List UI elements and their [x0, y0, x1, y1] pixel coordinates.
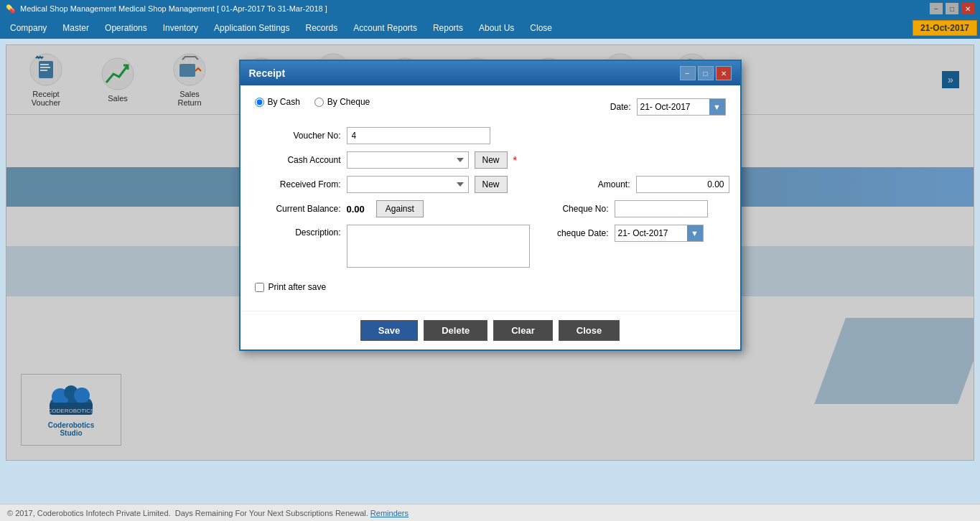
- modal-minimize-button[interactable]: −: [680, 66, 696, 80]
- right-col: Amount: Cheque No: cheque Date:: [544, 176, 729, 275]
- cash-account-select[interactable]: [347, 151, 469, 169]
- main-content: ReceiptVoucher Sales: [6, 44, 974, 461]
- voucher-no-input[interactable]: [347, 127, 490, 144]
- save-button[interactable]: Save: [360, 320, 418, 341]
- description-label: Description:: [255, 225, 341, 238]
- received-from-select[interactable]: [347, 176, 469, 193]
- amount-input[interactable]: [636, 176, 729, 193]
- modal-header: Receipt − □ ✕: [241, 61, 740, 85]
- print-label[interactable]: Print after save: [269, 282, 327, 292]
- menu-master[interactable]: Master: [55, 20, 96, 36]
- maximize-button[interactable]: □: [946, 3, 958, 14]
- minimize-button[interactable]: −: [930, 3, 943, 14]
- date-section: Date: ▼: [610, 98, 726, 116]
- app-icon: 💊: [6, 4, 16, 14]
- main-form-section: Received From: New Current Balance: 0.00…: [255, 176, 726, 275]
- menu-inventory[interactable]: Inventory: [156, 20, 205, 36]
- date-input[interactable]: [638, 102, 709, 112]
- amount-label: Amount:: [544, 179, 630, 189]
- title-bar: 💊 Medical Shop Management Medical Shop M…: [0, 0, 980, 17]
- menu-about-us[interactable]: About Us: [472, 20, 521, 36]
- menu-close[interactable]: Close: [523, 20, 559, 36]
- date-badge: 21-Oct-2017: [913, 20, 977, 36]
- date-field[interactable]: ▼: [637, 98, 726, 116]
- by-cash-radio[interactable]: [255, 98, 264, 107]
- cheque-date-calendar-button[interactable]: ▼: [687, 225, 703, 241]
- cheque-date-row: cheque Date: ▼: [544, 225, 729, 242]
- cash-account-label: Cash Account: [255, 155, 341, 165]
- menu-application-settings[interactable]: Application Settings: [207, 20, 297, 36]
- description-textarea[interactable]: [347, 225, 530, 268]
- voucher-no-label: Voucher No:: [255, 131, 341, 141]
- print-row: Print after save: [255, 282, 726, 292]
- cheque-date-field[interactable]: ▼: [615, 225, 704, 242]
- received-from-label: Received From:: [255, 179, 341, 189]
- current-balance-value: 0.00: [347, 204, 365, 215]
- clear-button[interactable]: Clear: [493, 320, 553, 341]
- close-window-button[interactable]: ✕: [961, 3, 974, 14]
- by-cheque-label: By Cheque: [327, 97, 370, 107]
- modal-controls[interactable]: − □ ✕: [680, 66, 732, 80]
- cheque-no-input[interactable]: [615, 200, 708, 217]
- by-cheque-radio[interactable]: [314, 98, 324, 107]
- menu-reports[interactable]: Reports: [426, 20, 470, 36]
- current-balance-row: Current Balance: 0.00 Against: [255, 200, 530, 217]
- menu-bar: Company Master Operations Inventory Appl…: [0, 17, 980, 39]
- received-from-new-button[interactable]: New: [475, 176, 508, 193]
- footer-renewal: Days Remaining For Your Next Subscriptio…: [175, 509, 368, 517]
- cheque-date-label: cheque Date:: [544, 228, 609, 238]
- delete-button[interactable]: Delete: [424, 320, 487, 341]
- modal-overlay: Receipt − □ ✕ By Cash: [6, 45, 974, 460]
- current-balance-label: Current Balance:: [255, 204, 341, 214]
- by-cheque-option[interactable]: By Cheque: [314, 97, 370, 107]
- modal-footer-close-button[interactable]: Close: [559, 320, 620, 341]
- payment-method-row: By Cash By Cheque: [255, 97, 370, 107]
- cheque-date-input[interactable]: [615, 228, 687, 238]
- footer-reminders-link[interactable]: Reminders: [370, 509, 409, 517]
- print-checkbox[interactable]: [255, 283, 264, 292]
- modal-close-button[interactable]: ✕: [716, 66, 732, 80]
- cheque-no-label: Cheque No:: [544, 204, 609, 214]
- modal-restore-button[interactable]: □: [698, 66, 714, 80]
- title-bar-left: 💊 Medical Shop Management Medical Shop M…: [6, 4, 327, 14]
- modal-body: By Cash By Cheque Date: ▼: [241, 85, 740, 311]
- menu-account-reports[interactable]: Account Reports: [346, 20, 424, 36]
- cheque-no-row: Cheque No:: [544, 200, 729, 217]
- description-row: Description:: [255, 225, 530, 268]
- by-cash-label: By Cash: [268, 97, 300, 107]
- date-label: Date:: [610, 102, 631, 112]
- footer-copyright: © 2017, Coderobotics Infotech Private Li…: [7, 509, 171, 517]
- received-from-row: Received From: New: [255, 176, 530, 193]
- cash-account-row: Cash Account New *: [255, 151, 726, 169]
- against-button[interactable]: Against: [376, 200, 424, 217]
- modal-title: Receipt: [249, 67, 286, 79]
- left-col: Received From: New Current Balance: 0.00…: [255, 176, 530, 275]
- voucher-no-row: Voucher No:: [255, 127, 726, 144]
- cash-account-new-button[interactable]: New: [475, 151, 508, 169]
- receipt-modal: Receipt − □ ✕ By Cash: [239, 60, 742, 351]
- menu-records[interactable]: Records: [299, 20, 345, 36]
- footer: © 2017, Coderobotics Infotech Private Li…: [0, 504, 980, 521]
- menu-operations[interactable]: Operations: [98, 20, 154, 36]
- modal-footer: Save Delete Clear Close: [241, 311, 740, 349]
- title-bar-controls[interactable]: − □ ✕: [930, 3, 974, 14]
- window-title: Medical Shop Management Medical Shop Man…: [20, 4, 327, 13]
- by-cash-option[interactable]: By Cash: [255, 97, 300, 107]
- date-calendar-button[interactable]: ▼: [709, 99, 725, 115]
- amount-row: Amount:: [544, 176, 729, 193]
- menu-company[interactable]: Company: [3, 20, 54, 36]
- required-indicator: *: [513, 154, 517, 166]
